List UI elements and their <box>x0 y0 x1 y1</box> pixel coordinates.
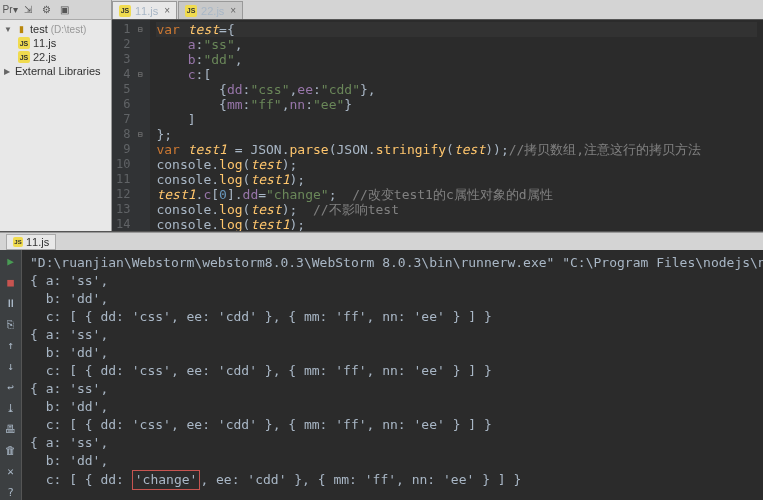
expand-icon[interactable]: ▼ <box>4 25 12 34</box>
editor-tabs: JS11.js×JS22.js× <box>112 0 763 20</box>
project-name: test <box>30 23 48 35</box>
print-icon[interactable]: 🖶 <box>3 422 19 437</box>
project-path: (D:\test) <box>51 24 87 35</box>
code-line[interactable]: a:"ss", <box>156 37 757 52</box>
code-line[interactable]: b:"dd", <box>156 52 757 67</box>
fold-icon[interactable]: ⊟ <box>134 67 142 82</box>
stop-icon[interactable]: ■ <box>3 275 19 290</box>
folder-icon: ▮ <box>15 23 27 35</box>
collapse-icon[interactable]: ⇲ <box>20 2 36 18</box>
console-line: { a: 'ss', <box>30 380 755 398</box>
run-tab-label: 11.js <box>26 236 49 248</box>
down-icon[interactable]: ↓ <box>3 359 19 374</box>
console-line: b: 'dd', <box>30 398 755 416</box>
console-line: b: 'dd', <box>30 452 755 470</box>
close-tab-icon[interactable]: × <box>230 5 236 16</box>
code-line[interactable]: {mm:"ff",nn:"ee"} <box>156 97 757 112</box>
js-file-icon: JS <box>18 51 30 63</box>
code-line[interactable]: console.log(test1); <box>156 172 757 187</box>
external-label: External Libraries <box>15 65 101 77</box>
line-number[interactable]: 10 <box>116 157 142 172</box>
code-content[interactable]: var test={ a:"ss", b:"dd", c:[ {dd:"css"… <box>150 20 763 231</box>
softwrap-icon[interactable]: ↩ <box>3 380 19 395</box>
line-number[interactable]: 8⊟ <box>116 127 142 142</box>
rerun-icon[interactable]: ▶ <box>3 254 19 269</box>
settings-icon[interactable]: ⚙ <box>38 2 54 18</box>
console-line: { a: 'ss', <box>30 326 755 344</box>
code-line[interactable]: var test1 = JSON.parse(JSON.stringify(te… <box>156 142 757 157</box>
project-sidebar: Pr▾ ⇲ ⚙ ▣ ▼ ▮ test (D:\test) JS11.jsJS22… <box>0 0 112 231</box>
js-file-icon: JS <box>13 237 23 247</box>
code-line[interactable]: c:[ <box>156 67 757 82</box>
pause-icon[interactable]: ⏸ <box>3 296 19 311</box>
editor-area: JS11.js×JS22.js× 1⊟234⊟5678⊟91011121314 … <box>112 0 763 231</box>
run-tab[interactable]: JS 11.js <box>6 234 56 250</box>
line-number[interactable]: 9 <box>116 142 142 157</box>
highlighted-value: 'change' <box>132 470 201 490</box>
line-number[interactable]: 5 <box>116 82 142 97</box>
js-file-icon: JS <box>185 5 197 17</box>
js-file-icon: JS <box>119 5 131 17</box>
console-line: c: [ { dd: 'css', ee: 'cdd' }, { mm: 'ff… <box>30 362 755 380</box>
line-number[interactable]: 7 <box>116 112 142 127</box>
expand-icon[interactable]: ▶ <box>4 67 12 76</box>
project-root[interactable]: ▼ ▮ test (D:\test) <box>0 22 111 36</box>
console-line: c: [ { dd: 'change', ee: 'cdd' }, { mm: … <box>30 470 755 490</box>
line-number[interactable]: 4⊟ <box>116 67 142 82</box>
file-name: 11.js <box>33 37 56 49</box>
tree-file[interactable]: JS22.js <box>0 50 111 64</box>
line-number[interactable]: 13 <box>116 202 142 217</box>
console-line: { a: 'ss', <box>30 434 755 452</box>
project-tree: ▼ ▮ test (D:\test) JS11.jsJS22.js ▶ Exte… <box>0 20 111 80</box>
js-file-icon: JS <box>18 37 30 49</box>
console-line: b: 'dd', <box>30 344 755 362</box>
fold-icon[interactable]: ⊟ <box>134 127 142 142</box>
top-pane: Pr▾ ⇲ ⚙ ▣ ▼ ▮ test (D:\test) JS11.jsJS22… <box>0 0 763 232</box>
up-icon[interactable]: ↑ <box>3 338 19 353</box>
code-line[interactable]: ] <box>156 112 757 127</box>
run-tabs: JS 11.js <box>0 232 763 250</box>
editor-tab[interactable]: JS11.js× <box>112 1 177 19</box>
clear-icon[interactable]: 🗑 <box>3 443 19 458</box>
file-name: 22.js <box>33 51 56 63</box>
line-number[interactable]: 2 <box>116 37 142 52</box>
help-icon[interactable]: ? <box>3 485 19 500</box>
console-line: c: [ { dd: 'css', ee: 'cdd' }, { mm: 'ff… <box>30 308 755 326</box>
code-line[interactable]: var test={ <box>156 22 757 37</box>
line-number[interactable]: 3 <box>116 52 142 67</box>
close-tab-icon[interactable]: × <box>164 5 170 16</box>
close-icon[interactable]: ✕ <box>3 464 19 479</box>
code-line[interactable]: console.log(test1); <box>156 217 757 231</box>
fold-icon[interactable]: ⊟ <box>134 22 142 37</box>
console-line: c: [ { dd: 'css', ee: 'cdd' }, { mm: 'ff… <box>30 416 755 434</box>
code-line[interactable]: }; <box>156 127 757 142</box>
code-line[interactable]: test1.c[0].dd="change"; //改变test1的c属性对象的… <box>156 187 757 202</box>
project-dropdown-icon[interactable]: Pr▾ <box>2 2 18 18</box>
line-number[interactable]: 1⊟ <box>116 22 142 37</box>
code-editor[interactable]: 1⊟234⊟5678⊟91011121314 var test={ a:"ss"… <box>112 20 763 231</box>
line-number[interactable]: 14 <box>116 217 142 231</box>
line-number[interactable]: 12 <box>116 187 142 202</box>
line-gutter: 1⊟234⊟5678⊟91011121314 <box>112 20 150 231</box>
hide-icon[interactable]: ▣ <box>56 2 72 18</box>
tree-file[interactable]: JS11.js <box>0 36 111 50</box>
code-line[interactable]: console.log(test); //不影响test <box>156 202 757 217</box>
dump-icon[interactable]: ⎘ <box>3 317 19 332</box>
code-line[interactable]: console.log(test); <box>156 157 757 172</box>
console-line: { a: 'ss', <box>30 272 755 290</box>
external-libraries[interactable]: ▶ External Libraries <box>0 64 111 78</box>
editor-tab[interactable]: JS22.js× <box>178 1 243 19</box>
scroll-icon[interactable]: ⤓ <box>3 401 19 416</box>
code-line[interactable]: {dd:"css",ee:"cdd"}, <box>156 82 757 97</box>
tab-label: 22.js <box>201 5 224 17</box>
tab-label: 11.js <box>135 5 158 17</box>
line-number[interactable]: 11 <box>116 172 142 187</box>
sidebar-toolbar: Pr▾ ⇲ ⚙ ▣ <box>0 0 111 20</box>
console-line: "D:\ruanjian\Webstorm\webstorm8.0.3\WebS… <box>30 254 755 272</box>
line-number[interactable]: 6 <box>116 97 142 112</box>
console-toolbar: ▶ ■ ⏸ ⎘ ↑ ↓ ↩ ⤓ 🖶 🗑 ✕ ? <box>0 250 22 500</box>
console-line: b: 'dd', <box>30 290 755 308</box>
console-output[interactable]: "D:\ruanjian\Webstorm\webstorm8.0.3\WebS… <box>22 250 763 500</box>
console-pane: ▶ ■ ⏸ ⎘ ↑ ↓ ↩ ⤓ 🖶 🗑 ✕ ? "D:\ruanjian\Web… <box>0 250 763 500</box>
